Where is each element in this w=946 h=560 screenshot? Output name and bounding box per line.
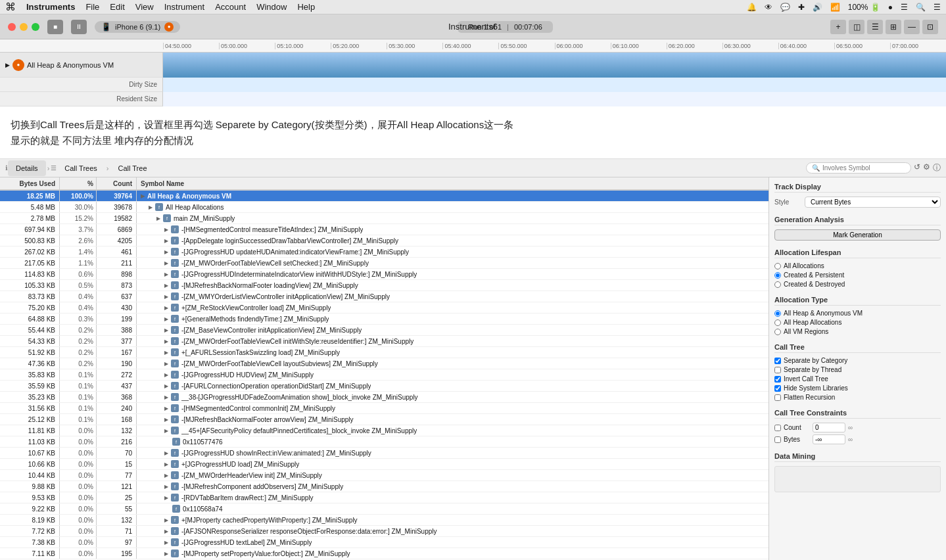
table-row[interactable]: 11.03 KB 0.0% 216 f 0x110577476	[0, 436, 769, 448]
disclosure-icon[interactable]: ▶	[141, 193, 145, 199]
fullscreen-button[interactable]	[32, 23, 39, 31]
table-row[interactable]: 105.33 KB 0.5% 873 ▶ f -[MJRefreshBackNo…	[0, 280, 769, 291]
disclosure-icon[interactable]: ▶	[164, 473, 168, 478]
header-bytes[interactable]: Bytes Used	[0, 180, 59, 187]
disclosure-icon[interactable]: ▶	[164, 484, 168, 490]
search-box[interactable]: 🔍	[806, 162, 911, 174]
disclosure-icon[interactable]: ▶	[164, 461, 168, 467]
add-instrument-button[interactable]: +	[830, 20, 846, 34]
header-symbol[interactable]: Symbol Name	[137, 180, 769, 187]
disclosure-icon[interactable]: ▶	[164, 540, 168, 546]
wifi-icon[interactable]: 📶	[830, 3, 840, 12]
disclosure-icon[interactable]: ▶	[164, 450, 168, 456]
table-row[interactable]: 8.19 KB 0.0% 132 ▶ f +[MJProperty cached…	[0, 515, 769, 526]
table-row[interactable]: 9.53 KB 0.0% 25 ▶ f -[RDVTabBarItem draw…	[0, 492, 769, 503]
mark-generation-button[interactable]: Mark Generation	[774, 229, 941, 241]
disclosure-icon[interactable]: ▶	[164, 305, 168, 311]
count-checkbox[interactable]	[774, 425, 781, 431]
table-row[interactable]: 2.78 MB 15.2% 19582 ▶ f main ZM_MiniSupp…	[0, 213, 769, 224]
view-toggle-3[interactable]: ⊞	[886, 20, 901, 34]
track-content-dirty[interactable]	[163, 78, 946, 92]
disclosure-icon[interactable]: ▶	[164, 417, 168, 423]
disclosure-icon[interactable]: ▶	[164, 350, 168, 356]
disclosure-icon[interactable]: ▶	[164, 394, 168, 400]
radio-all-heap[interactable]: All Heap & Anonymous VM	[774, 310, 941, 317]
device-selector[interactable]: 📱 iPhone 6 (9.1) ●	[95, 21, 180, 33]
view-toggle-5[interactable]: ⊡	[922, 20, 938, 34]
table-row[interactable]: 35.59 KB 0.1% 437 ▶ f -[AFURLConnectionO…	[0, 381, 769, 392]
disclosure-icon[interactable]: ▶	[164, 327, 168, 333]
radio-all-heap-allocs[interactable]: All Heap Allocations	[774, 319, 941, 326]
disclosure-icon[interactable]: ▶	[164, 551, 168, 557]
checkbox-flatten-recursion[interactable]: Flatten Recursion	[774, 394, 941, 401]
bytes-min-input[interactable]	[813, 434, 845, 444]
menu-instrument[interactable]: Instrument	[164, 2, 204, 12]
menu-view[interactable]: View	[135, 2, 154, 12]
table-row[interactable]: 10.44 KB 0.0% 77 ▶ f -[ZM_MWOrderHeaderV…	[0, 470, 769, 481]
close-button[interactable]	[8, 23, 16, 31]
disclosure-icon[interactable]: ▶	[164, 227, 168, 233]
menu-instruments[interactable]: Instruments	[26, 2, 75, 12]
style-select[interactable]: Current Bytes	[805, 197, 941, 208]
header-pct[interactable]: %	[60, 180, 96, 187]
plus-icon[interactable]: ✚	[798, 3, 805, 12]
menu-icon[interactable]: ☰	[934, 3, 941, 12]
view-toggle-1[interactable]: ◫	[849, 20, 864, 34]
disclosure-icon[interactable]: ▶	[149, 204, 153, 210]
disclosure-icon[interactable]: ▶	[164, 383, 168, 389]
volume-icon[interactable]: 🔊	[813, 3, 822, 12]
table-row[interactable]: 5.48 MB 30.0% 39678 ▶ f All Heap Allocat…	[0, 202, 769, 213]
disclosure-icon[interactable]: ▶	[164, 249, 168, 255]
nav-search[interactable]: 🔍	[806, 162, 911, 174]
radio-created-destroyed[interactable]: Created & Destroyed	[774, 281, 941, 288]
table-row[interactable]: 11.81 KB 0.0% 132 ▶ f __45+[AFSecurityPo…	[0, 425, 769, 436]
table-row[interactable]: 10.67 KB 0.0% 70 ▶ f -[JGProgressHUD sho…	[0, 448, 769, 459]
count-min-input[interactable]	[813, 423, 845, 432]
table-row[interactable]: 114.83 KB 0.6% 898 ▶ f -[JGProgressHUDIn…	[0, 269, 769, 280]
nav-item-calltrees[interactable]: Call Trees	[57, 160, 105, 176]
view-toggle-2[interactable]: ☰	[867, 20, 883, 34]
disclosure-icon[interactable]: ▶	[164, 271, 168, 277]
table-row[interactable]: 83.73 KB 0.4% 637 ▶ f -[ZM_WMYOrderListV…	[0, 291, 769, 302]
disclosure-icon[interactable]: ▶	[164, 495, 168, 501]
nav-item-calltree[interactable]: Call Tree	[110, 160, 155, 176]
chat-icon[interactable]: 💬	[780, 3, 790, 12]
search-input[interactable]	[822, 164, 901, 172]
table-row[interactable]: 51.92 KB 0.2% 167 ▶ f +[_AFURLSessionTas…	[0, 347, 769, 358]
menu-help[interactable]: Help	[297, 2, 315, 12]
table-row[interactable]: 10.66 KB 0.0% 15 ▶ f +[JGProgressHUD loa…	[0, 459, 769, 470]
notification-icon[interactable]: 🔔	[747, 3, 757, 12]
stop-button[interactable]: ■	[47, 20, 63, 34]
track-play-icon[interactable]: ▶	[5, 62, 10, 68]
menu-window[interactable]: Window	[256, 2, 287, 12]
apple-menu[interactable]: ⌘	[5, 1, 16, 13]
eye-icon[interactable]: 👁	[765, 3, 772, 12]
table-row[interactable]: 55.44 KB 0.2% 388 ▶ f -[ZM_BaseViewContr…	[0, 325, 769, 336]
checkbox-hide-system-libs[interactable]: Hide System Libraries	[774, 385, 941, 392]
table-row[interactable]: 500.83 KB 2.6% 4205 ▶ f -[AppDelegate lo…	[0, 235, 769, 246]
table-container[interactable]: Bytes Used % Count Symbol Name 18.25 MB …	[0, 177, 769, 560]
table-row[interactable]: 64.88 KB 0.3% 199 ▶ f +[GeneralMethods f…	[0, 314, 769, 325]
table-row[interactable]: 25.12 KB 0.1% 168 ▶ f -[MJRefreshBackNor…	[0, 414, 769, 425]
disclosure-icon[interactable]: ▶	[164, 338, 168, 344]
radio-all-vm[interactable]: All VM Regions	[774, 328, 941, 335]
table-row[interactable]: 18.25 MB 100.0% 39764 ▶ All Heap & Anony…	[0, 191, 769, 202]
menu-account[interactable]: Account	[215, 2, 246, 12]
checkbox-invert-call-tree[interactable]: Invert Call Tree	[774, 375, 941, 383]
table-row[interactable]: 54.33 KB 0.2% 377 ▶ f -[ZM_MWOrderFootTa…	[0, 336, 769, 347]
checkbox-separate-thread[interactable]: Separate by Thread	[774, 366, 941, 373]
disclosure-icon[interactable]: ▶	[164, 528, 168, 534]
disclosure-icon[interactable]: ▶	[164, 294, 168, 300]
table-row[interactable]: 31.56 KB 0.1% 240 ▶ f -[HMSegmentedContr…	[0, 403, 769, 414]
disclosure-icon[interactable]: ▶	[164, 316, 168, 322]
disclosure-icon[interactable]: ▶	[164, 283, 168, 289]
disclosure-icon[interactable]: ▶	[164, 517, 168, 523]
disclosure-icon[interactable]: ▶	[164, 260, 168, 266]
search-icon[interactable]: 🔍	[916, 3, 926, 12]
track-content-resident[interactable]	[163, 92, 946, 106]
disclosure-icon[interactable]: ▶	[164, 428, 168, 434]
disclosure-icon[interactable]: ▶	[156, 216, 160, 222]
track-content-main[interactable]	[163, 53, 946, 78]
table-row[interactable]: 35.83 KB 0.1% 272 ▶ f -[JGProgressHUD HU…	[0, 369, 769, 381]
table-row[interactable]: 217.05 KB 1.1% 211 ▶ f -[ZM_MWOrderFootT…	[0, 258, 769, 269]
